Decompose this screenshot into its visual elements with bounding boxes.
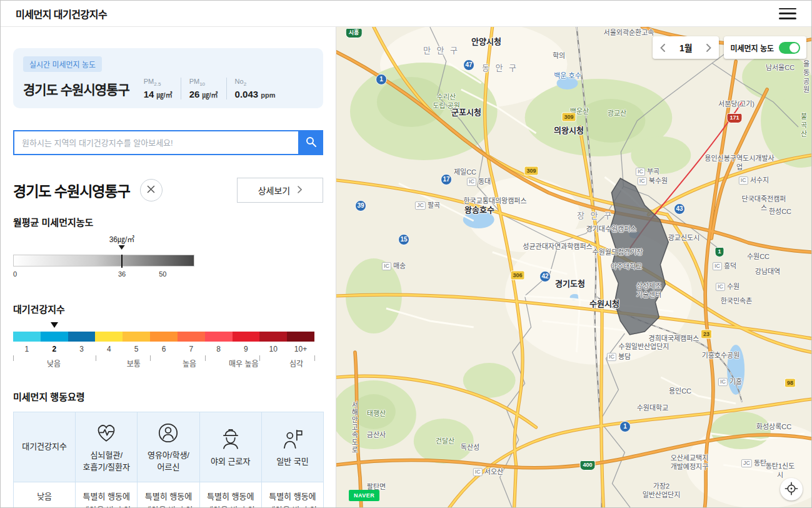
monthly-dust-bar: [13, 255, 194, 267]
crosshair-icon: [784, 482, 798, 497]
health-index-number: 3: [68, 345, 96, 353]
dust-toggle-control[interactable]: 미세먼지 농도: [724, 36, 806, 59]
map[interactable]: 안양시청만 안 구동 안 구학의백운 호수남서울CC울동공원서울외곽순환고속수리…: [336, 27, 811, 508]
action-table-row: 낮음 (1~3)특별히 행동에 제약을 받지 않특별히 행동에 제약을 받지 않…: [14, 482, 324, 508]
health-index-number: 10+: [287, 345, 314, 353]
heart-pulse-icon: [94, 420, 119, 445]
action-table-header-cell: 영유아/학생/ 어르신: [138, 412, 199, 482]
health-index-number: 6: [150, 345, 178, 353]
health-index-bar: [13, 332, 314, 342]
health-index-number: 5: [123, 345, 150, 353]
health-index-number: 1: [13, 345, 41, 353]
close-region-button[interactable]: [140, 179, 163, 201]
pm25-value: 14 ㎍/㎥: [144, 89, 173, 99]
health-index-segment: [13, 332, 41, 342]
next-month-button[interactable]: [705, 43, 713, 53]
action-table-header-cell: 대기건강지수: [14, 412, 76, 482]
metric-no2: No2 0.043 ppm: [226, 78, 284, 99]
detail-view-button[interactable]: 상세보기: [237, 178, 323, 203]
health-index-number: 4: [95, 345, 123, 353]
prev-month-button[interactable]: [659, 43, 666, 53]
dust-toggle-switch[interactable]: [779, 42, 800, 54]
naver-logo[interactable]: NAVER: [349, 490, 379, 501]
content: 실시간 미세먼지 농도 경기도 수원시영통구 PM2.5 14 ㎍/㎥ PM10…: [1, 27, 811, 508]
monthly-dust-ticks: 03650: [13, 270, 194, 280]
health-index-numbers: 1234567891010+: [13, 345, 314, 353]
month-navigator: 1월: [653, 36, 719, 59]
action-guide-table: 대기건강지수심뇌혈관/ 호흡기/질환자영유아/학생/ 어르신야외 근로자일반 국…: [13, 412, 324, 508]
health-index-segment: [205, 332, 233, 342]
map-canvas[interactable]: [336, 27, 811, 508]
action-guide-title: 미세먼지 행동요령: [13, 390, 323, 403]
health-index-category: 심각: [289, 358, 303, 368]
metric-pm25: PM2.5 14 ㎍/㎥: [136, 78, 181, 99]
pm10-value: 26 ㎍/㎥: [189, 89, 218, 99]
health-index-number: 7: [178, 345, 205, 353]
monthly-dust-gauge: 36㎍/㎥ 03650: [13, 233, 194, 281]
health-index-category: 높음: [183, 358, 196, 368]
health-index-segment: [95, 332, 123, 342]
realtime-location: 경기도 수원시영통구: [23, 79, 129, 98]
health-index-categories: 낮음보통높음매우 높음심각: [13, 355, 314, 368]
search-input[interactable]: [13, 130, 298, 155]
map-controls: 1월 미세먼지 농도: [653, 36, 806, 59]
search-icon: [306, 136, 316, 149]
metrics: PM2.5 14 ㎍/㎥ PM10 26 ㎍/㎥ No2 0.043 ppm: [136, 78, 284, 99]
gauge-tick: 50: [159, 270, 166, 278]
health-index-segment: [259, 332, 287, 342]
health-index-category: 보통: [127, 358, 141, 368]
close-icon: [147, 185, 155, 195]
health-index-number: 8: [205, 345, 233, 353]
health-index-number: 2: [41, 345, 68, 353]
app-window: 미세먼지 대기건강지수 실시간 미세먼지 농도 경기도 수원시영통구 PM2.5…: [0, 0, 812, 508]
marker-triangle-icon: [119, 245, 125, 250]
dust-toggle-label: 미세먼지 농도: [730, 43, 774, 53]
health-index-title: 대기건강지수: [13, 302, 323, 315]
action-table-header-cell: 심뇌혈관/ 호흡기/질환자: [76, 412, 138, 482]
gauge-tick: 36: [118, 270, 126, 278]
toggle-knob: [789, 43, 799, 53]
sidebar: 실시간 미세먼지 농도 경기도 수원시영통구 PM2.5 14 ㎍/㎥ PM10…: [1, 27, 336, 508]
app-title: 미세먼지 대기건강지수: [16, 6, 107, 21]
flag-person-icon: [280, 427, 305, 452]
action-table-body: 낮음 (1~3)특별히 행동에 제약을 받지 않특별히 행동에 제약을 받지 않…: [14, 482, 324, 508]
metric-pm10: PM10 26 ㎍/㎥: [181, 78, 226, 99]
action-level-cell: 낮음 (1~3): [14, 482, 76, 508]
month-label: 1월: [679, 41, 693, 54]
search-button[interactable]: [298, 130, 323, 155]
health-index-category: 낮음: [47, 358, 61, 368]
action-table-header-cell: 야외 근로자: [199, 412, 261, 482]
search-bar: [13, 130, 323, 155]
health-index-marker: [51, 322, 58, 328]
monthly-dust-marker: 36㎍/㎥: [109, 233, 135, 250]
action-guide-cell: 특별히 행동에 제약을 받지 않: [261, 482, 323, 508]
health-index-gauge: 1234567891010+ 낮음보통높음매우 높음심각: [13, 320, 314, 368]
health-index-segment: [287, 332, 314, 342]
health-index-category: 매우 높음: [229, 358, 259, 368]
health-index-segment: [41, 332, 68, 342]
worker-icon: [218, 427, 243, 452]
realtime-badge: 실시간 미세먼지 농도: [23, 56, 102, 72]
health-index-segment: [68, 332, 96, 342]
health-index-segment: [233, 332, 260, 342]
menu-icon[interactable]: [779, 7, 796, 21]
chevron-right-icon: [298, 185, 302, 195]
health-index-segment: [123, 332, 150, 342]
no2-value: 0.043 ppm: [235, 89, 276, 99]
locate-button[interactable]: [780, 478, 803, 500]
monthly-dust-marker-line: [121, 255, 123, 268]
action-guide-cell: 특별히 행동에 제약을 받지 않: [76, 482, 138, 508]
health-index-segment: [150, 332, 178, 342]
health-index-segment: [178, 332, 205, 342]
gauge-tick: 0: [13, 270, 17, 278]
health-index-number: 9: [233, 345, 260, 353]
monthly-dust-title: 월평균 미세먼지농도: [13, 215, 323, 228]
region-row: 경기도 수원시영통구 상세보기: [13, 178, 323, 203]
region-title: 경기도 수원시영통구: [13, 180, 130, 201]
monthly-dust-value: 36㎍/㎥: [109, 233, 135, 244]
health-index-number: 10: [259, 345, 287, 353]
app-header: 미세먼지 대기건강지수: [1, 1, 811, 27]
action-table-header-cell: 일반 국민: [261, 412, 323, 482]
action-table-header-row: 대기건강지수심뇌혈관/ 호흡기/질환자영유아/학생/ 어르신야외 근로자일반 국…: [14, 412, 324, 482]
person-icon: [156, 420, 181, 445]
